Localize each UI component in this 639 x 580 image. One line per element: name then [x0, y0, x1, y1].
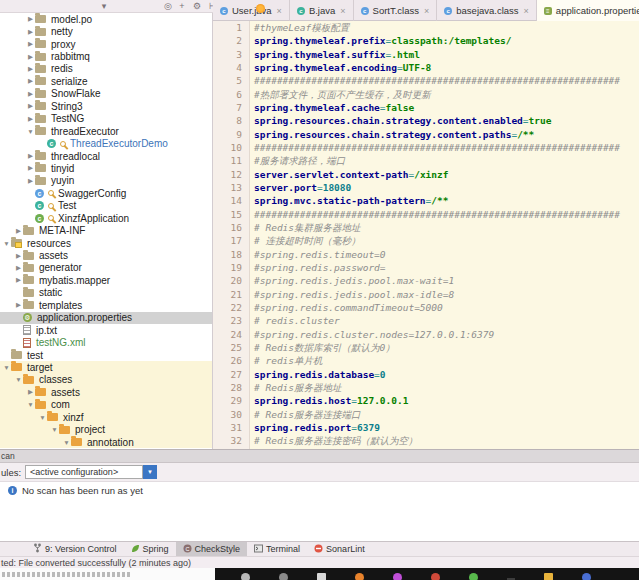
expand-arrow-icon[interactable]: ▶ [14, 252, 23, 260]
tool-window-button-spring[interactable]: Spring [124, 542, 176, 557]
expand-arrow-icon[interactable]: ▶ [14, 276, 23, 284]
expand-arrow-icon[interactable]: ▼ [50, 426, 59, 433]
expand-arrow-icon[interactable]: ▼ [62, 439, 71, 446]
expand-arrow-icon[interactable]: ▶ [26, 53, 35, 61]
settings-gear-icon[interactable]: ⚙ [191, 0, 203, 13]
tree-item-templates[interactable]: ▶templates [0, 299, 212, 311]
tree-item-model-po[interactable]: ▶model.po [0, 13, 212, 25]
close-tab-icon[interactable]: × [524, 6, 529, 16]
expand-arrow-icon[interactable]: ▶ [26, 177, 35, 185]
editor-tab-user-java[interactable]: cUser.java× [213, 0, 290, 21]
expand-arrow-icon[interactable]: ▶ [14, 227, 23, 235]
expand-arrow-icon[interactable]: ▶ [26, 102, 35, 110]
tree-item-label: threadExecutor [51, 126, 119, 137]
expand-arrow-icon[interactable]: ▶ [26, 40, 35, 48]
tree-item-netty[interactable]: ▶netty [0, 25, 212, 37]
tree-item-static[interactable]: static [0, 287, 212, 299]
tree-item-proxy[interactable]: ▶proxy [0, 38, 212, 50]
folder-app-icon[interactable] [544, 573, 553, 580]
code-content[interactable]: #thymeLeaf模板配置spring.thymeleaf.prefix=cl… [250, 21, 639, 449]
expand-arrow-icon[interactable]: ▼ [38, 414, 47, 421]
expand-arrow-icon[interactable]: ▼ [14, 376, 23, 383]
tool-window-button-checkstyle[interactable]: CCheckStyle [176, 542, 248, 557]
orange-app-icon[interactable] [355, 573, 364, 580]
tree-item-serialize[interactable]: ▶serialize [0, 75, 212, 87]
expand-arrow-icon[interactable]: ▶ [26, 115, 35, 123]
tree-item-meta-inf[interactable]: ▶META-INF [0, 224, 212, 236]
expand-arrow-icon[interactable]: ▼ [26, 401, 35, 408]
tool-window-button-terminal[interactable]: Terminal [247, 542, 307, 557]
tree-item-xinzf[interactable]: ▼xinzf [0, 411, 212, 423]
tree-item-assets[interactable]: ▶assets [0, 386, 212, 398]
green-app-icon[interactable] [469, 573, 478, 580]
expand-arrow-icon[interactable]: ▶ [26, 152, 35, 160]
rules-dropdown-button[interactable]: ▼ [143, 465, 157, 479]
close-tab-icon[interactable]: × [340, 6, 345, 16]
line-number: 17 [213, 234, 242, 247]
editor-tab-sortt-class[interactable]: cSortT.class× [354, 0, 438, 21]
tree-item-testng-xml[interactable]: testNG.xml [0, 336, 212, 348]
expand-arrow-icon[interactable]: ▶ [26, 164, 35, 172]
expand-arrow-icon[interactable]: ▶ [26, 90, 35, 98]
tree-item-application-properties[interactable]: ⚙application.properties [0, 312, 212, 324]
tree-item-threadlocal[interactable]: ▶threadlocal [0, 150, 212, 162]
file-icon: c [35, 201, 44, 210]
expand-arrow-icon[interactable]: ▶ [26, 77, 35, 85]
tree-item-resources[interactable]: ▼resources [0, 237, 212, 249]
close-tab-icon[interactable]: × [424, 6, 429, 16]
tree-item-target[interactable]: ▼target [0, 361, 212, 373]
expand-arrow-icon[interactable]: ▼ [2, 240, 11, 247]
expand-arrow-icon[interactable]: ▼ [2, 364, 11, 371]
tree-item-classes[interactable]: ▼classes [0, 374, 212, 386]
tree-item-ip-txt[interactable]: ip.txt [0, 324, 212, 336]
tree-item-annotation[interactable]: ▼annotation [0, 436, 212, 448]
editor-tab-b-java[interactable]: cB.java× [290, 0, 354, 21]
tree-item-mybatis-mapper[interactable]: ▶mybatis.mapper [0, 274, 212, 286]
expand-arrow-icon[interactable]: ▶ [14, 264, 23, 272]
tree-item-test[interactable]: test [0, 349, 212, 361]
tab-label: SortT.class [373, 5, 419, 16]
rules-configuration-select[interactable]: <active configuration> [25, 465, 143, 479]
expand-arrow-icon[interactable]: ▶ [26, 388, 35, 396]
tree-item-redis[interactable]: ▶redis [0, 63, 212, 75]
tree-item-threadexecutordemo[interactable]: cThreadExecutorDemo [0, 137, 212, 149]
tree-item-project[interactable]: ▼project [0, 423, 212, 435]
expand-arrow-icon[interactable]: ▼ [26, 128, 35, 135]
tree-item-rabbitmq[interactable]: ▶rabbitmq [0, 50, 212, 62]
tree-item-xinzfapplication[interactable]: cXinzfApplication [0, 212, 212, 224]
locate-icon[interactable]: ◎ [162, 0, 174, 13]
tool-window-button-sonarlint[interactable]: SonarLint [307, 542, 372, 557]
editor-line: #spring.redis.jedis.pool.max-wait=1 [254, 274, 639, 287]
tree-item-com[interactable]: ▼com [0, 399, 212, 411]
expand-arrow-icon[interactable]: ▶ [26, 65, 35, 73]
chevron-down-icon[interactable]: ▾ [98, 0, 110, 13]
tree-item-threadexecutor[interactable]: ▼threadExecutor [0, 125, 212, 137]
red-app-icon[interactable] [431, 573, 440, 580]
tree-item-assets[interactable]: ▶assets [0, 249, 212, 261]
tree-item-swaggerconfig[interactable]: cSwaggerConfig [0, 187, 212, 199]
expand-arrow-icon[interactable]: ▶ [26, 15, 35, 23]
editor-tab-basejava-class[interactable]: cbasejava.class× [437, 0, 537, 21]
tree-item-generator[interactable]: ▶generator [0, 262, 212, 274]
browser-app-icon[interactable] [393, 573, 402, 580]
expand-arrow-icon[interactable]: ▶ [14, 301, 23, 309]
blue-app-icon[interactable] [582, 573, 591, 580]
tree-item-test[interactable]: cTest [0, 200, 212, 212]
pinned-app-icon[interactable] [279, 573, 288, 580]
expand-arrow-icon[interactable]: ▶ [26, 28, 35, 36]
project-tree[interactable]: ▶model.po▶netty▶proxy▶rabbitmq▶redis▶ser… [0, 13, 213, 449]
tree-item-string3[interactable]: ▶String3 [0, 100, 212, 112]
editor-tab-application-properties[interactable]: ≡application.properties× [537, 0, 639, 21]
close-tab-icon[interactable]: × [277, 6, 282, 16]
tree-item-testng[interactable]: ▶TestNG [0, 113, 212, 125]
window-app-icon[interactable] [317, 573, 326, 580]
search-app-icon[interactable] [241, 573, 250, 580]
tree-item-tinyid[interactable]: ▶tinyid [0, 162, 212, 174]
tree-item-snowflake[interactable]: ▶SnowFlake [0, 88, 212, 100]
tree-item-label: classes [39, 374, 72, 385]
collapse-all-icon[interactable]: + [176, 0, 188, 13]
tree-item-yuyin[interactable]: ▶yuyin [0, 175, 212, 187]
click-indicator [256, 4, 265, 13]
editor-area[interactable]: 1234567891011121314151617181920212223242… [213, 21, 639, 449]
tool-window-button-9-version-control[interactable]: 9: Version Control [26, 542, 124, 557]
